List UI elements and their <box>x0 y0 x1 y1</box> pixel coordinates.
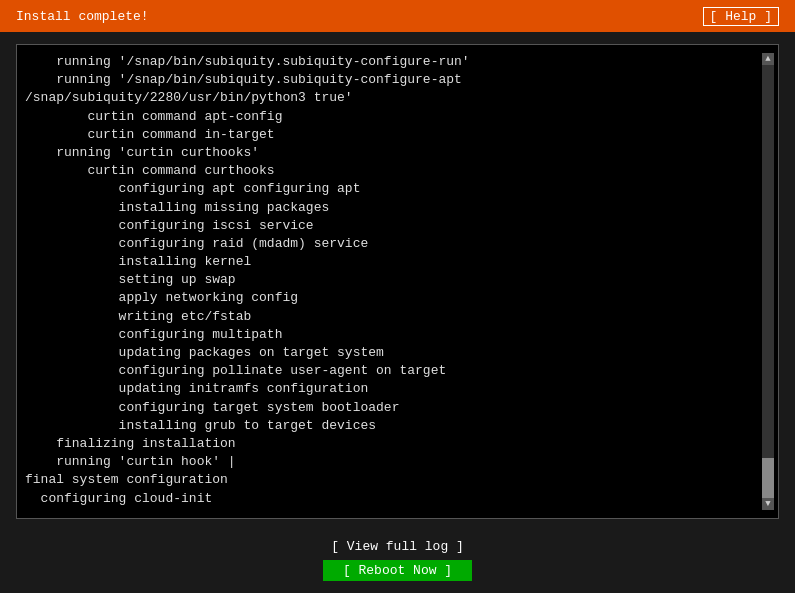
header-title: Install complete! <box>16 9 149 24</box>
scroll-up-arrow[interactable]: ▲ <box>762 53 774 65</box>
footer: [ View full log ] [ Reboot Now ] <box>0 531 795 593</box>
scroll-down-arrow[interactable]: ▼ <box>762 498 774 510</box>
view-log-button[interactable]: [ View full log ] <box>331 539 464 554</box>
scroll-thumb[interactable] <box>762 458 774 498</box>
scroll-track <box>762 65 774 498</box>
help-button[interactable]: [ Help ] <box>703 7 779 26</box>
log-box: running '/snap/bin/subiquity.subiquity-c… <box>16 44 779 519</box>
main-content: running '/snap/bin/subiquity.subiquity-c… <box>0 32 795 531</box>
header-bar: Install complete! [ Help ] <box>0 0 795 32</box>
scrollbar[interactable]: ▲ ▼ <box>762 53 774 510</box>
log-text: running '/snap/bin/subiquity.subiquity-c… <box>25 53 762 510</box>
reboot-now-button[interactable]: [ Reboot Now ] <box>323 560 472 581</box>
